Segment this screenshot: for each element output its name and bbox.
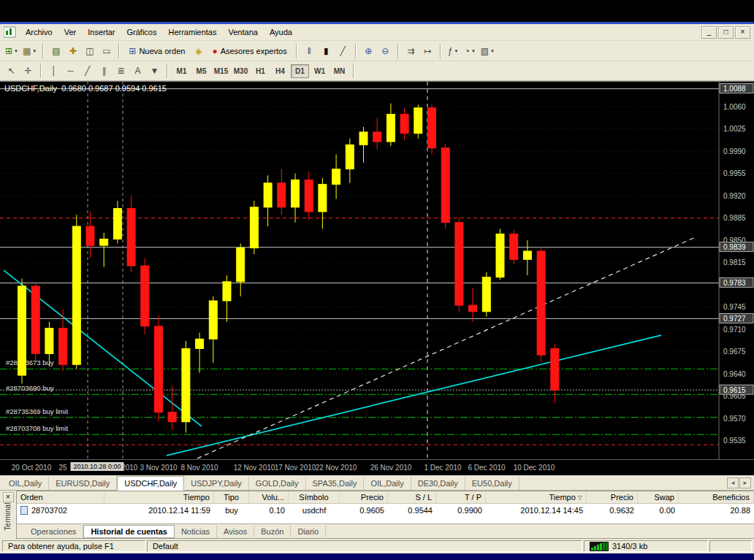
cursor-tool-button[interactable]: ↖ (3, 63, 20, 79)
terminal-tab-historial-de-cuentas[interactable]: Historial de cuentas (83, 525, 175, 538)
restore-button[interactable]: □ (718, 26, 734, 39)
zoom-out-button[interactable]: ⊖ (377, 43, 394, 59)
order-line-label: #28703673 buy (6, 358, 54, 367)
text-tool-button[interactable]: A (129, 63, 146, 79)
menu-ver[interactable]: Ver (58, 26, 83, 39)
menu-ayuda[interactable]: Ayuda (264, 26, 298, 39)
chart-tab-eu50-daily[interactable]: EU50,Daily (465, 477, 519, 490)
timeframe-H1-button[interactable]: H1 (251, 64, 270, 78)
zoom-out-icon: ⊖ (381, 47, 389, 55)
terminal-column-header[interactable]: Volu... (249, 491, 289, 503)
timeframe-M15-button[interactable]: M15 (212, 64, 230, 78)
periods-button[interactable]: ◔▼ (462, 43, 479, 59)
terminal-column-header[interactable]: Precio (587, 491, 638, 503)
candlestick-mode-button[interactable]: ▮ (318, 43, 335, 59)
channel-tool-button[interactable]: ∥ (96, 63, 113, 79)
terminal-close-button[interactable]: × (3, 492, 14, 502)
terminal-tab-buz-n[interactable]: Buzón (254, 526, 291, 537)
chart-tab-usdjpy-daily[interactable]: USDJPY,Daily (184, 477, 249, 490)
profiles-icon: ▦ (23, 47, 31, 55)
expert-advisors-button[interactable]: ●Asesores expertos (207, 43, 292, 59)
candle-body (496, 234, 504, 277)
menu-insertar[interactable]: Insertar (82, 26, 121, 39)
order-history-icon (20, 506, 28, 515)
terminal-column-header[interactable]: T / P (436, 491, 486, 503)
terminal-column-header[interactable]: Swap (638, 491, 679, 503)
time-axis[interactable]: 20 Oct 201025ct 20103 Nov 20108 Nov 2010… (0, 459, 754, 475)
close-button[interactable]: × (735, 26, 750, 39)
chart-tab-spa35-daily[interactable]: SPA35,Daily (306, 477, 365, 490)
menu-ventana[interactable]: Ventana (223, 26, 264, 39)
terminal-tab-operaciones[interactable]: Operaciones (24, 526, 83, 537)
terminal-column-header[interactable]: Tiempo (104, 491, 214, 503)
chart-tab-eurusd-daily[interactable]: EURUSD,Daily (49, 477, 117, 490)
menu-herramientas[interactable]: Herramientas (162, 26, 222, 39)
templates-button[interactable]: ▧▼ (479, 43, 497, 59)
profiles-button[interactable]: ▦▼ (20, 43, 39, 59)
toolbar-separator (355, 44, 357, 58)
chart-tab-oil-daily[interactable]: OIL,Daily (364, 477, 411, 490)
price-axis-label: 0.9570 (723, 415, 746, 423)
chart-window[interactable]: USDCHF,Daily 0.9680 0.9687 0.9594 0.9615… (0, 81, 754, 475)
chart-tab-scroll: ◄ ► (727, 477, 754, 490)
chart-tab-usdchf-daily[interactable]: USDCHF,Daily (117, 476, 184, 491)
trendline-tool-button[interactable]: ╱ (79, 63, 96, 79)
dropdown-arrow-icon[interactable]: ▼ (471, 49, 476, 53)
dropdown-arrow-icon[interactable]: ▼ (454, 49, 459, 53)
terminal-tab-avisos[interactable]: Avisos (217, 526, 254, 537)
chart-plot[interactable]: #28703673 buy#28703690 buy#28735369 buy … (0, 82, 754, 459)
terminal-column-header[interactable]: Precio (340, 491, 388, 503)
crosshair-tool-button[interactable]: ✛ (20, 63, 37, 79)
auto-scroll-button[interactable]: ⇉ (403, 43, 419, 59)
terminal-tab-diario[interactable]: Diario (291, 526, 326, 537)
terminal-panel-button[interactable]: ▭ (98, 43, 115, 59)
line-chart-mode-button[interactable]: ╱ (335, 43, 351, 59)
new-order-button[interactable]: ⊞Nueva orden (123, 43, 190, 59)
timeframe-D1-button[interactable]: D1 (291, 64, 309, 78)
dropdown-arrow-icon[interactable]: ▼ (32, 49, 37, 53)
new-chart-button[interactable]: ⊞▼ (3, 43, 20, 59)
metaeditor-button[interactable]: ◈ (190, 43, 207, 59)
timeframe-MN-button[interactable]: MN (330, 64, 349, 78)
chart-tab-de30-daily[interactable]: DE30,Daily (411, 477, 465, 490)
dropdown-arrow-icon[interactable]: ▼ (490, 49, 495, 53)
timeframe-M5-button[interactable]: M5 (192, 64, 210, 78)
chart-tabs-bar: OIL,DailyEURUSD,DailyUSDCHF,DailyUSDJPY,… (0, 475, 754, 491)
data-window-button[interactable]: ◫ (81, 43, 98, 59)
bar-chart-mode-button[interactable]: ‖ (301, 43, 318, 59)
terminal-column-header[interactable]: S / L (388, 491, 436, 503)
navigator-button[interactable]: ✚ (64, 43, 81, 59)
time-axis-label: 22 Nov 2010 (316, 464, 357, 472)
market-watch-button[interactable]: ▤ (47, 43, 64, 59)
terminal-row[interactable]: 287037022010.12.14 11:59buy0.10usdchf0.9… (17, 504, 754, 516)
status-profile[interactable]: Default (147, 540, 582, 552)
tab-scroll-right-button[interactable]: ► (739, 477, 751, 488)
fibonacci-tool-button[interactable]: ≣ (113, 63, 129, 79)
timeframe-W1-button[interactable]: W1 (311, 64, 329, 78)
menubar: ArchivoVerInsertarGráficosHerramientasVe… (0, 24, 754, 41)
dropdown-arrow-icon[interactable]: ▼ (14, 49, 18, 53)
terminal-tab-noticias[interactable]: Noticias (175, 526, 217, 537)
timeframe-M1-button[interactable]: M1 (172, 64, 191, 78)
minimize-button[interactable]: _ (701, 26, 717, 39)
timeframe-H4-button[interactable]: H4 (271, 64, 289, 78)
terminal-column-header[interactable]: Beneficios (679, 491, 754, 503)
timeframe-M30-button[interactable]: M30 (232, 64, 250, 78)
menu-gráficos[interactable]: Gráficos (121, 26, 163, 39)
terminal-column-header[interactable]: Orden (17, 491, 104, 503)
chart-tab-oil-daily[interactable]: OIL,Daily (2, 477, 49, 490)
chart-shift-button[interactable]: ↦ (419, 43, 436, 59)
terminal-column-header[interactable]: Tipo (214, 491, 249, 503)
terminal-column-header[interactable]: Símbolo (289, 491, 340, 503)
zoom-in-button[interactable]: ⊕ (360, 43, 377, 59)
candle-body (400, 115, 408, 134)
arrows-tool-button[interactable]: ▼ (146, 63, 163, 79)
horizontal-line-tool-button[interactable]: ─ (62, 63, 79, 79)
indicators-button[interactable]: ƒ▼ (445, 43, 462, 59)
price-axis-label: 0.9920 (723, 192, 746, 200)
menu-archivo[interactable]: Archivo (20, 26, 58, 39)
vertical-line-tool-button[interactable]: │ (45, 63, 62, 79)
chart-tab-gold-daily[interactable]: GOLD,Daily (249, 477, 306, 490)
tab-scroll-left-button[interactable]: ◄ (727, 477, 739, 488)
terminal-column-header[interactable]: Tiempo▽ (486, 491, 587, 503)
